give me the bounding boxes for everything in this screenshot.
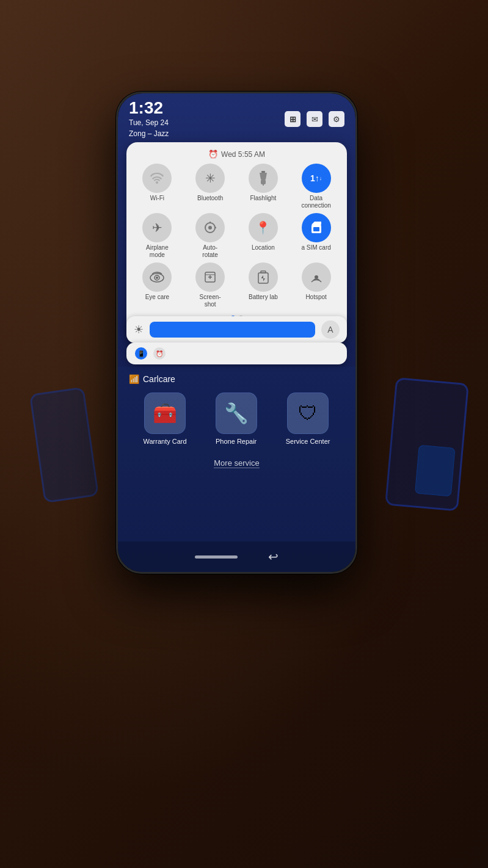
svg-marker-1 xyxy=(260,173,267,179)
bottom-nav: ↩ xyxy=(118,541,355,572)
more-service[interactable]: More service xyxy=(118,451,355,474)
app-warranty[interactable]: 🧰 Warranty Card xyxy=(144,392,187,445)
tile-bluetooth-icon[interactable]: ✳ xyxy=(195,164,225,193)
alarm-icon: ⏰ xyxy=(208,150,218,159)
tile-simcard-label: a SIM card xyxy=(301,244,330,251)
quick-tiles-row2: ✈ Airplanemode Auto-rotate 📍 Location xyxy=(133,213,341,259)
tile-bluetooth[interactable]: ✳ Bluetooth xyxy=(186,164,235,209)
tile-eyecare-label: Eye care xyxy=(145,294,169,300)
brightness-bar: ☀ A xyxy=(126,316,347,343)
app-repair-label: Phone Repair xyxy=(216,438,257,445)
app-warranty-icon[interactable]: 🧰 xyxy=(144,392,186,434)
status-date: Tue, Sep 24 xyxy=(129,118,169,127)
tile-hotspot-label: Hotspot xyxy=(305,294,326,300)
app-repair-icon[interactable]: 🔧 xyxy=(216,392,257,434)
svg-point-13 xyxy=(156,277,158,279)
status-carrier: Zong – Jazz xyxy=(129,129,169,138)
svg-rect-0 xyxy=(261,171,265,173)
more-service-label: More service xyxy=(214,458,259,468)
svg-point-5 xyxy=(208,226,212,230)
svg-marker-9 xyxy=(311,222,321,225)
tile-batterylab-label: Battery lab xyxy=(249,294,278,300)
status-bar: 1:32 Tue, Sep 24 Zong – Jazz ⊞ ✉ ⚙ xyxy=(118,93,355,142)
settings-icon[interactable]: ⚙ xyxy=(329,111,344,127)
app-warranty-label: Warranty Card xyxy=(144,438,187,445)
app-service-icon[interactable]: 🛡 xyxy=(287,392,329,434)
tile-hotspot-icon[interactable] xyxy=(302,262,331,292)
tile-flashlight-label: Flashlight xyxy=(250,195,276,201)
app-repair[interactable]: 🔧 Phone Repair xyxy=(216,392,257,445)
status-time: 1:32 xyxy=(129,99,169,117)
svg-rect-10 xyxy=(313,227,319,231)
status-icons: ⊞ ✉ ⚙ xyxy=(285,111,344,127)
tile-autorotate-icon[interactable] xyxy=(195,213,225,242)
nav-home-handle[interactable] xyxy=(195,555,238,559)
tile-wifi[interactable]: Wi-Fi xyxy=(133,164,182,209)
quick-tiles-row3: Eye care Screen-shot Battery lab xyxy=(133,262,341,308)
tile-location[interactable]: 📍 Location xyxy=(239,213,288,259)
tile-wifi-label: Wi-Fi xyxy=(150,195,164,201)
tile-hotspot[interactable]: Hotspot xyxy=(291,262,341,308)
carlcare-apps-row: 🧰 Warranty Card 🔧 Phone Repair 🛡 Service… xyxy=(118,389,355,451)
carlcare-label: 📶 Carlcare xyxy=(118,367,355,389)
nav-back-button[interactable]: ↩ xyxy=(268,549,279,564)
carlcare-wifi-icon: 📶 xyxy=(129,374,139,384)
notif-icon-1: 📱 xyxy=(135,347,147,360)
tile-wifi-icon[interactable] xyxy=(142,164,172,193)
notification-bar: 📱 ⏰ xyxy=(126,342,347,364)
multitask-icon[interactable]: ⊞ xyxy=(285,111,300,127)
svg-rect-16 xyxy=(261,271,266,273)
alarm-bar: ⏰ Wed 5:55 AM xyxy=(133,148,341,164)
tile-flashlight-icon[interactable] xyxy=(249,164,278,193)
quick-tiles-row1: Wi-Fi ✳ Bluetooth Flashlight 1↑↓ Datacon… xyxy=(133,164,341,209)
tile-data-icon[interactable]: 1↑↓ xyxy=(302,164,331,193)
tile-flashlight[interactable]: Flashlight xyxy=(239,164,288,209)
brightness-auto-icon[interactable]: A xyxy=(321,320,340,339)
tile-simcard[interactable]: a SIM card xyxy=(291,213,341,259)
tile-data[interactable]: 1↑↓ Dataconnection xyxy=(291,164,341,209)
tile-eyecare-icon[interactable] xyxy=(142,262,172,292)
tile-simcard-icon[interactable] xyxy=(302,213,331,242)
tile-location-icon[interactable]: 📍 xyxy=(249,213,278,242)
svg-point-17 xyxy=(315,275,318,279)
tile-screenshot-icon[interactable] xyxy=(195,262,225,292)
tile-data-label: Dataconnection xyxy=(301,195,330,209)
phone-body: 1:32 Tue, Sep 24 Zong – Jazz ⊞ ✉ ⚙ ⏰ Wed… xyxy=(116,92,357,574)
tile-airplane-icon[interactable]: ✈ xyxy=(142,213,172,242)
phone-screen: 1:32 Tue, Sep 24 Zong – Jazz ⊞ ✉ ⚙ ⏰ Wed… xyxy=(118,93,355,572)
svg-rect-2 xyxy=(261,179,266,184)
tile-location-label: Location xyxy=(252,244,275,251)
phone-case-right xyxy=(385,377,469,512)
alarm-time: Wed 5:55 AM xyxy=(221,150,265,159)
app-service[interactable]: 🛡 Service Center xyxy=(286,392,330,445)
app-service-label: Service Center xyxy=(286,438,330,445)
message-icon[interactable]: ✉ xyxy=(307,111,322,127)
tile-autorotate-label: Auto-rotate xyxy=(202,244,218,259)
tile-batterylab-icon[interactable] xyxy=(249,262,278,292)
quick-settings-panel: ⏰ Wed 5:55 AM Wi-Fi ✳ Bluetooth xyxy=(126,142,347,342)
notif-icon-2: ⏰ xyxy=(153,347,166,360)
tile-autorotate[interactable]: Auto-rotate xyxy=(186,213,235,259)
tile-bluetooth-label: Bluetooth xyxy=(197,195,223,201)
tile-screenshot-label: Screen-shot xyxy=(200,294,221,308)
brightness-icon: ☀ xyxy=(134,323,144,336)
brightness-slider-track[interactable] xyxy=(150,322,315,338)
tile-screenshot[interactable]: Screen-shot xyxy=(186,262,235,308)
tile-airplane[interactable]: ✈ Airplanemode xyxy=(133,213,182,259)
carlcare-text: Carlcare xyxy=(143,374,175,384)
tile-eyecare[interactable]: Eye care xyxy=(133,262,182,308)
tile-batterylab[interactable]: Battery lab xyxy=(239,262,288,308)
tile-airplane-label: Airplanemode xyxy=(146,244,169,259)
